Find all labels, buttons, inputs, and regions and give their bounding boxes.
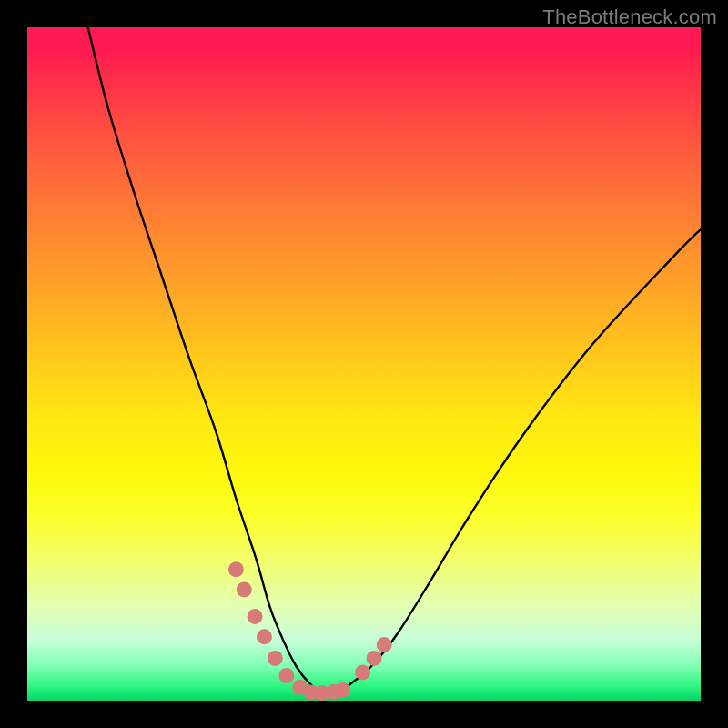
data-point: [355, 664, 370, 680]
attribution-label: TheBottleneck.com: [542, 5, 717, 29]
scatter-dots: [228, 561, 392, 701]
data-point: [377, 637, 392, 652]
data-point: [335, 682, 350, 698]
data-point: [237, 581, 252, 597]
bottleneck-curve-path: [88, 27, 701, 693]
data-point: [248, 609, 263, 624]
data-point: [228, 561, 244, 577]
data-point: [367, 651, 382, 666]
chart-svg: [27, 27, 701, 701]
data-point: [278, 668, 294, 683]
data-point: [268, 651, 283, 666]
data-point: [257, 629, 272, 644]
chart-wrapper: TheBottleneck.com: [0, 0, 728, 728]
plot-area: [27, 27, 701, 701]
